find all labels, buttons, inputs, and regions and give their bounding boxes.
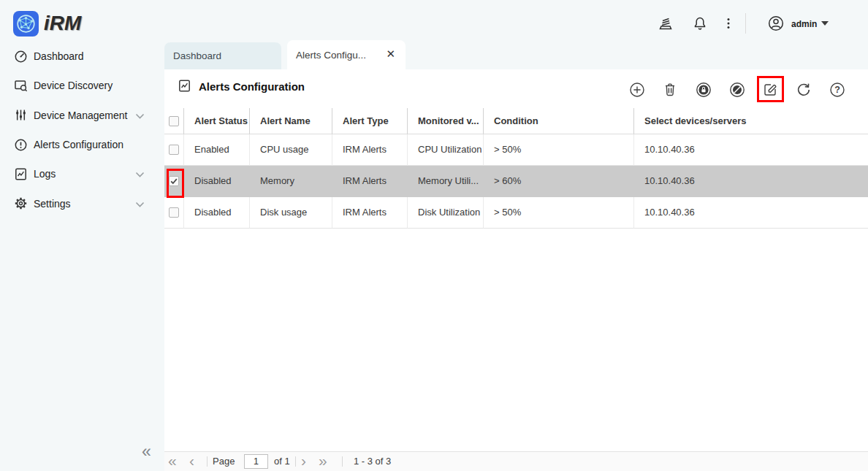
column-header[interactable]: Alert Name xyxy=(250,108,332,134)
row-checkbox[interactable] xyxy=(169,207,179,218)
row-checkbox-cell xyxy=(164,134,184,166)
page-number-input[interactable] xyxy=(244,454,268,469)
page-label: Page xyxy=(213,452,235,471)
device-discovery-icon xyxy=(13,78,28,93)
prev-page-icon[interactable]: ‹ xyxy=(189,452,194,470)
table-cell: Disabled xyxy=(184,166,250,197)
alerts-configuration-icon xyxy=(178,79,191,93)
page-of-label: of 1 xyxy=(274,452,290,471)
table-cell: > 50% xyxy=(484,197,634,229)
edit-button[interactable] xyxy=(761,81,779,99)
sidebar-item-dashboard[interactable]: Dashboard xyxy=(0,42,164,71)
add-button[interactable] xyxy=(628,81,646,99)
settings-icon xyxy=(13,196,28,211)
topbar-divider xyxy=(745,13,746,34)
table-row[interactable]: EnabledCPU usageIRM AlertsCPU Utilizatio… xyxy=(164,134,868,166)
sidebar-item-logs[interactable]: Logs xyxy=(0,159,164,188)
refresh-button[interactable] xyxy=(795,81,812,99)
more-options-icon[interactable] xyxy=(720,15,737,32)
enable-alert-button[interactable] xyxy=(695,81,712,99)
sidebar-item-label: Alerts Configuration xyxy=(34,139,123,150)
table-cell: 10.10.40.36 xyxy=(634,166,868,197)
disable-alert-button[interactable] xyxy=(728,81,746,99)
highlight-box-row-checkbox xyxy=(167,169,184,198)
pagination-bar: « ‹ Page of 1 › » 1 - 3 of 3 xyxy=(164,451,868,471)
device-management-icon xyxy=(13,108,28,123)
chevron-down-icon[interactable] xyxy=(135,197,145,210)
table-cell: Enabled xyxy=(184,134,250,166)
tab-close-icon[interactable]: ✕ xyxy=(386,47,395,61)
table-cell: 10.10.40.36 xyxy=(634,134,868,166)
sidebar-item-alerts-configuration[interactable]: Alerts Configuration xyxy=(0,130,164,159)
column-header[interactable]: Condition xyxy=(484,108,634,134)
alerts-icon xyxy=(13,137,28,152)
table-cell: Memory Utili... xyxy=(408,166,484,197)
table-cell: Disk Utilization xyxy=(408,197,484,229)
select-all-checkbox[interactable] xyxy=(169,116,179,126)
pager-divider xyxy=(295,456,296,467)
table-cell: Disabled xyxy=(184,197,250,229)
table-cell: CPU Utilization xyxy=(408,134,484,166)
table-cell: Disk usage xyxy=(250,197,332,229)
app-logo xyxy=(13,11,39,37)
dashboard-icon xyxy=(13,49,28,64)
last-page-icon[interactable]: » xyxy=(319,452,327,470)
table-cell: 10.10.40.36 xyxy=(634,197,868,229)
brand-name: iRM xyxy=(44,12,81,35)
table-row[interactable]: DisabledDisk usageIRM AlertsDisk Utiliza… xyxy=(164,197,868,229)
table-cell: IRM Alerts xyxy=(332,197,408,229)
first-page-icon[interactable]: « xyxy=(168,452,177,470)
pager-divider xyxy=(342,456,343,467)
chevron-down-icon[interactable] xyxy=(135,109,145,122)
tab-dashboard[interactable]: Dashboard xyxy=(164,42,281,69)
table-cell: Memory xyxy=(250,166,332,197)
column-header[interactable]: Monitored v... xyxy=(408,108,484,134)
table-cell: CPU usage xyxy=(250,134,332,166)
table-cell: > 60% xyxy=(484,166,634,197)
user-name[interactable]: admin xyxy=(791,19,817,29)
row-checkbox-cell xyxy=(164,197,184,229)
alerts-table: Alert StatusAlert NameAlert TypeMonitore… xyxy=(164,108,868,229)
tasks-icon[interactable] xyxy=(657,15,674,32)
tab-alerts-configuration[interactable]: Alerts Configu... ✕ xyxy=(287,40,406,69)
column-header[interactable]: Select devices/servers xyxy=(634,108,868,134)
network-globe-icon xyxy=(15,12,37,35)
table-header-row: Alert StatusAlert NameAlert TypeMonitore… xyxy=(164,108,868,134)
tab-alerts-label: Alerts Configu... xyxy=(296,50,366,61)
header-checkbox-cell xyxy=(164,108,184,134)
logs-icon xyxy=(13,166,28,181)
table-cell: > 50% xyxy=(484,134,634,166)
notifications-icon[interactable] xyxy=(691,15,709,32)
pager-range-label: 1 - 3 of 3 xyxy=(354,452,391,471)
sidebar-item-device-management[interactable]: Device Management xyxy=(0,101,164,130)
pager-divider xyxy=(207,456,208,467)
help-button[interactable]: ? xyxy=(829,81,846,99)
user-avatar-icon[interactable] xyxy=(767,15,785,32)
next-page-icon[interactable]: › xyxy=(301,452,306,470)
sidebar-item-label: Dashboard xyxy=(34,50,84,62)
sidebar: DashboardDevice DiscoveryDevice Manageme… xyxy=(0,42,164,218)
sidebar-item-label: Settings xyxy=(34,198,71,210)
tab-dashboard-label: Dashboard xyxy=(173,50,221,61)
sidebar-item-label: Logs xyxy=(34,168,56,180)
chevron-down-icon[interactable] xyxy=(135,167,145,180)
sidebar-item-device-discovery[interactable]: Device Discovery xyxy=(0,71,164,100)
delete-button[interactable] xyxy=(661,81,679,99)
table-cell: IRM Alerts xyxy=(332,134,408,166)
sidebar-item-label: Device Management xyxy=(34,110,127,121)
table-cell: IRM Alerts xyxy=(332,166,408,197)
user-menu-caret-icon[interactable] xyxy=(821,21,829,26)
sidebar-item-settings[interactable]: Settings xyxy=(0,188,164,218)
column-header[interactable]: Alert Status xyxy=(184,108,250,134)
table-row[interactable]: DisabledMemoryIRM AlertsMemory Utili...>… xyxy=(164,166,868,197)
row-checkbox[interactable] xyxy=(169,145,179,155)
panel-title: Alerts Configuration xyxy=(199,80,305,93)
column-header[interactable]: Alert Type xyxy=(332,108,408,134)
svg-text:?: ? xyxy=(834,85,840,95)
sidebar-collapse-icon[interactable]: « xyxy=(142,442,151,462)
sidebar-item-label: Device Discovery xyxy=(34,80,113,91)
